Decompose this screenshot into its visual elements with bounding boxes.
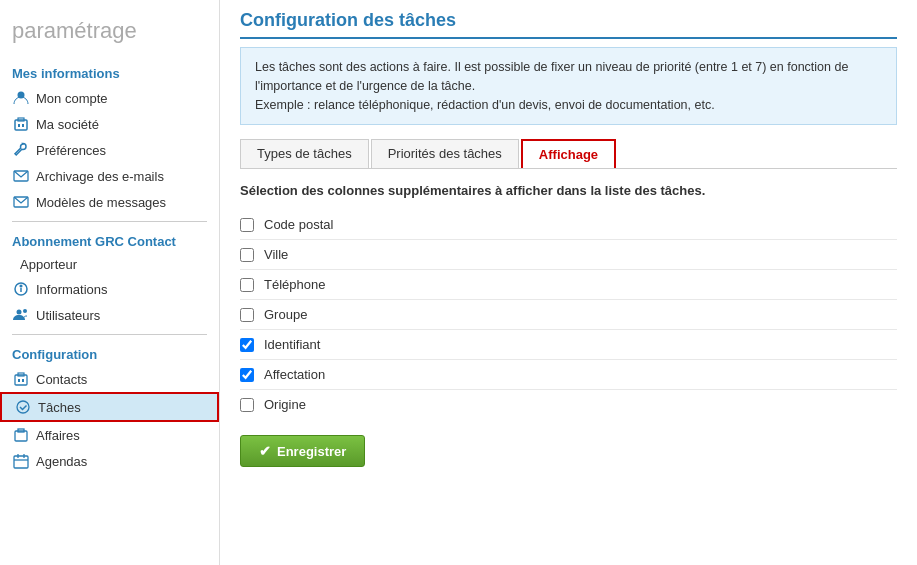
checkbox-label: Téléphone bbox=[264, 277, 325, 292]
email-icon bbox=[12, 167, 30, 185]
save-button-label: Enregistrer bbox=[277, 444, 346, 459]
checkbox-label: Affectation bbox=[264, 367, 325, 382]
checkbox-téléphone[interactable] bbox=[240, 278, 254, 292]
building-icon bbox=[12, 115, 30, 133]
checkbox-groupe[interactable] bbox=[240, 308, 254, 322]
svg-rect-15 bbox=[22, 379, 24, 382]
checkbox-row: Identifiant bbox=[240, 330, 897, 360]
info-box: Les tâches sont des actions à faire. Il … bbox=[240, 47, 897, 125]
wrench-icon bbox=[12, 141, 30, 159]
sidebar-item-label: Modèles de messages bbox=[36, 195, 166, 210]
checkbox-row: Téléphone bbox=[240, 270, 897, 300]
sidebar-item-utilisateurs[interactable]: Utilisateurs bbox=[0, 302, 219, 328]
section-configuration: Configuration bbox=[0, 341, 219, 366]
affaires-icon bbox=[12, 426, 30, 444]
section-subtitle: Sélection des colonnes supplémentaires à… bbox=[240, 183, 897, 198]
checkbox-label: Identifiant bbox=[264, 337, 320, 352]
sidebar-item-label: Préférences bbox=[36, 143, 106, 158]
sidebar-item-label: Mon compte bbox=[36, 91, 108, 106]
divider-1 bbox=[12, 221, 207, 222]
checkbox-ville[interactable] bbox=[240, 248, 254, 262]
sidebar-item-modeles[interactable]: Modèles de messages bbox=[0, 189, 219, 215]
contacts-icon bbox=[12, 370, 30, 388]
svg-point-9 bbox=[20, 285, 22, 287]
sidebar-item-affaires[interactable]: Affaires bbox=[0, 422, 219, 448]
email2-icon bbox=[12, 193, 30, 211]
tab-priorites-des-taches[interactable]: Priorités des tâches bbox=[371, 139, 519, 168]
sidebar-item-preferences[interactable]: Préférences bbox=[0, 137, 219, 163]
checkbox-row: Code postal bbox=[240, 210, 897, 240]
checkbox-row: Ville bbox=[240, 240, 897, 270]
checkmark-icon: ✔ bbox=[259, 443, 271, 459]
sidebar-item-agendas[interactable]: Agendas bbox=[0, 448, 219, 474]
svg-rect-19 bbox=[14, 456, 28, 468]
svg-rect-14 bbox=[18, 379, 20, 382]
sidebar-item-label: Utilisateurs bbox=[36, 308, 100, 323]
checkbox-label: Ville bbox=[264, 247, 288, 262]
sidebar-title: paramétrage bbox=[0, 10, 219, 56]
sidebar-item-label: Tâches bbox=[38, 400, 81, 415]
user-icon bbox=[12, 89, 30, 107]
checkbox-row: Origine bbox=[240, 390, 897, 419]
sidebar-item-mon-compte[interactable]: Mon compte bbox=[0, 85, 219, 111]
save-button[interactable]: ✔ Enregistrer bbox=[240, 435, 365, 467]
sidebar-item-taches[interactable]: Tâches bbox=[0, 392, 219, 422]
sidebar-item-label: Affaires bbox=[36, 428, 80, 443]
sidebar: paramétrage Mes informations Mon compte … bbox=[0, 0, 220, 565]
checkbox-affectation[interactable] bbox=[240, 368, 254, 382]
checkbox-row: Affectation bbox=[240, 360, 897, 390]
checkbox-code-postal[interactable] bbox=[240, 218, 254, 232]
svg-rect-4 bbox=[22, 124, 24, 127]
section-abonnement: Abonnement GRC Contact bbox=[0, 228, 219, 253]
checkbox-label: Code postal bbox=[264, 217, 333, 232]
sidebar-item-label: Ma société bbox=[36, 117, 99, 132]
svg-point-10 bbox=[17, 310, 22, 315]
tab-affichage[interactable]: Affichage bbox=[521, 139, 616, 168]
checkbox-identifiant[interactable] bbox=[240, 338, 254, 352]
checkbox-list: Code postalVilleTéléphoneGroupeIdentifia… bbox=[240, 210, 897, 419]
section-mes-informations: Mes informations bbox=[0, 60, 219, 85]
sidebar-item-label: Informations bbox=[36, 282, 108, 297]
sidebar-item-label: Archivage des e-mails bbox=[36, 169, 164, 184]
sidebar-item-archivage[interactable]: Archivage des e-mails bbox=[0, 163, 219, 189]
sidebar-item-label: Apporteur bbox=[20, 257, 77, 272]
checkbox-label: Origine bbox=[264, 397, 306, 412]
sidebar-item-apporteur[interactable]: Apporteur bbox=[0, 253, 219, 276]
checkbox-label: Groupe bbox=[264, 307, 307, 322]
svg-point-11 bbox=[23, 309, 27, 313]
svg-rect-3 bbox=[18, 124, 20, 127]
info-icon bbox=[12, 280, 30, 298]
main-content: Configuration des tâches Les tâches sont… bbox=[220, 0, 917, 565]
sidebar-item-ma-societe[interactable]: Ma société bbox=[0, 111, 219, 137]
tabs-row: Types de tâches Priorités des tâches Aff… bbox=[240, 139, 897, 169]
checkbox-origine[interactable] bbox=[240, 398, 254, 412]
tasks-icon bbox=[14, 398, 32, 416]
tab-types-de-taches[interactable]: Types de tâches bbox=[240, 139, 369, 168]
svg-point-16 bbox=[17, 401, 29, 413]
calendar-icon bbox=[12, 452, 30, 470]
sidebar-item-label: Contacts bbox=[36, 372, 87, 387]
sidebar-item-contacts[interactable]: Contacts bbox=[0, 366, 219, 392]
info-text: Les tâches sont des actions à faire. Il … bbox=[255, 60, 848, 112]
sidebar-item-informations[interactable]: Informations bbox=[0, 276, 219, 302]
page-title: Configuration des tâches bbox=[240, 10, 897, 39]
divider-2 bbox=[12, 334, 207, 335]
users-icon bbox=[12, 306, 30, 324]
sidebar-item-label: Agendas bbox=[36, 454, 87, 469]
checkbox-row: Groupe bbox=[240, 300, 897, 330]
